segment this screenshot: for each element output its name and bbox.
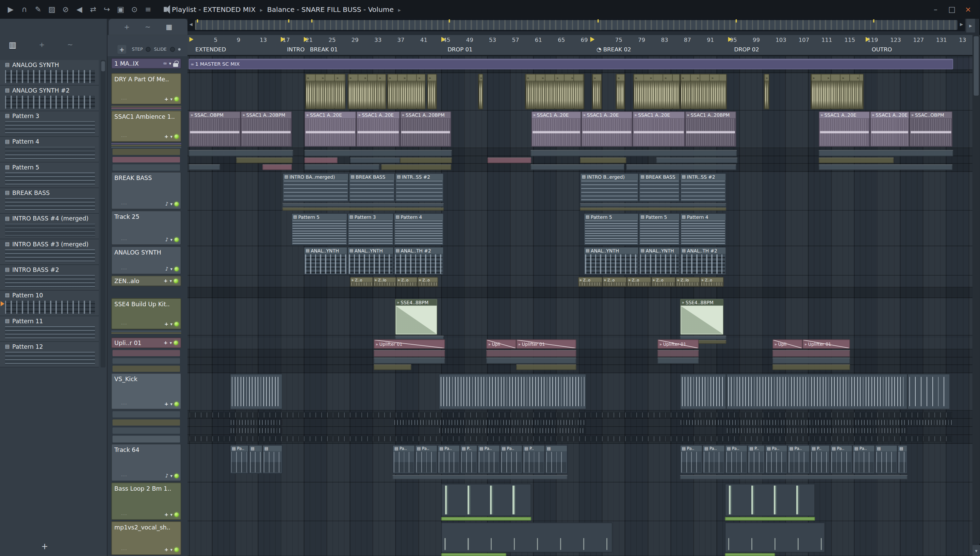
track-header-strip[interactable]: [113, 411, 180, 417]
automation-strip[interactable]: [772, 364, 850, 370]
pattern-item-intro-bass-3-merged[interactable]: ▤INTRO BASS #3 (merged): [0, 239, 98, 265]
scroll-left-icon[interactable]: ◂: [189, 21, 192, 27]
clip[interactable]: [726, 427, 907, 433]
track-header-upli-r-01[interactable]: Upli..r 01+▾: [111, 338, 181, 348]
clip-pa[interactable]: ▤Pa..: [415, 445, 438, 474]
scroll-corner-button[interactable]: ▸: [966, 19, 975, 32]
maximize-button[interactable]: □: [945, 5, 959, 14]
automation-strip[interactable]: [236, 158, 292, 163]
clip[interactable]: [189, 412, 953, 418]
mute-led[interactable]: [174, 341, 178, 345]
clip-p[interactable]: ▤P..: [810, 445, 830, 474]
clip-z-o[interactable]: »Z..o: [651, 277, 676, 287]
clip-ssac1-a-20e[interactable]: »SSAC1 A..20E: [581, 111, 633, 147]
clip-uplifter-01[interactable]: »Uplifter 01: [374, 339, 445, 349]
track-options[interactable]: ···: [121, 202, 127, 207]
chevron-down-icon[interactable]: ▾: [170, 97, 172, 102]
clip-ssac1-a-20e[interactable]: »SSAC1 A..20E: [356, 111, 400, 147]
magnify-icon[interactable]: ⊙: [128, 3, 141, 16]
track-options[interactable]: ···: [121, 548, 127, 553]
pattern-item-pattern-5[interactable]: ▤Pattern 5: [0, 163, 98, 188]
clip[interactable]: [633, 74, 680, 110]
pan-icon[interactable]: +: [165, 321, 168, 327]
automation-strip[interactable]: [350, 158, 400, 163]
clip[interactable]: [189, 436, 953, 442]
track-header-ssac1-ambience-1[interactable]: SSAC1 Ambience 1..···+▾: [111, 111, 181, 142]
clip-uplifter-01[interactable]: »Uplifter 01: [516, 339, 576, 349]
pattern-item-pattern-4[interactable]: ▤Pattern 4: [0, 137, 98, 162]
grid-icon[interactable]: ▦: [166, 23, 172, 31]
track-header-analog-synth[interactable]: ANALOG SYNTH···♪▾: [111, 246, 181, 275]
mute-led[interactable]: [174, 548, 179, 552]
clip[interactable]: [441, 553, 506, 556]
clip[interactable]: [726, 373, 907, 409]
clip[interactable]: [230, 427, 283, 433]
automation-strip[interactable]: [819, 164, 953, 170]
clip-pa[interactable]: ▤Pa..: [392, 445, 415, 474]
timeline-marker-outro[interactable]: OUTRO: [872, 46, 892, 52]
vertical-scrollbar[interactable]: [972, 35, 980, 544]
automation-strip[interactable]: [657, 350, 699, 357]
clip[interactable]: [441, 522, 612, 552]
clip[interactable]: [725, 553, 775, 556]
timeline-marker-break-01[interactable]: BREAK 01: [310, 46, 338, 52]
track-options[interactable]: ···: [121, 322, 127, 327]
track-options[interactable]: ···: [121, 402, 127, 407]
clip-p[interactable]: ▤P..: [522, 445, 545, 474]
clip[interactable]: ▤: [545, 445, 568, 474]
clip-pa[interactable]: ▤Pa..: [500, 445, 522, 474]
clip-break-bass[interactable]: ▤BREAK BASS: [349, 173, 395, 202]
timeline-marker-drop-02[interactable]: DROP 02: [734, 46, 759, 52]
chevron-down-icon[interactable]: ▾: [170, 473, 172, 478]
track-options[interactable]: ···: [121, 267, 127, 272]
chevron-down-icon[interactable]: ▾: [169, 61, 171, 66]
automation-strip[interactable]: [486, 350, 576, 357]
clip-z-o[interactable]: »Z..o: [396, 277, 417, 287]
chevron-down-icon[interactable]: ▾: [170, 134, 172, 139]
automation-strip[interactable]: [819, 150, 953, 156]
clip-break-bass[interactable]: ▤BREAK BASS: [639, 173, 680, 202]
track-header-vs-kick[interactable]: VS_Kick···+▾: [111, 373, 181, 410]
automation-strip[interactable]: [189, 164, 220, 170]
clip[interactable]: [615, 74, 625, 110]
clip[interactable]: [725, 484, 815, 517]
clip-z-lo[interactable]: »Z..lo: [373, 277, 396, 287]
mute-led[interactable]: [174, 402, 179, 406]
automation-strip[interactable]: [580, 208, 726, 211]
clip-uplifter-01[interactable]: »Uplifter 01: [802, 339, 850, 349]
clip[interactable]: [680, 74, 727, 110]
clip[interactable]: [592, 74, 602, 110]
clip[interactable]: [439, 373, 586, 409]
clip-ssac1-a-20bpm[interactable]: »SSAC1 A..20BPM: [685, 111, 736, 147]
clip-upli[interactable]: »Upli: [486, 339, 516, 349]
clip[interactable]: [439, 427, 586, 433]
clip-pa[interactable]: ▤Pa..: [788, 445, 810, 474]
scroll-right-icon[interactable]: ▸: [960, 21, 963, 27]
mute-led[interactable]: [174, 279, 178, 283]
scrollbar-handle[interactable]: [102, 61, 105, 71]
draw-tool-icon[interactable]: ✎: [31, 3, 45, 16]
chevron-down-icon[interactable]: ▾: [170, 278, 172, 283]
minimize-button[interactable]: –: [928, 5, 942, 14]
track-header-strip[interactable]: [113, 149, 180, 155]
clip[interactable]: [764, 74, 769, 110]
automation-strip[interactable]: [392, 475, 567, 480]
track-header-1-ma-ix[interactable]: 1 MA..IX∞▾: [111, 58, 181, 69]
timeline-marker-extended[interactable]: EXTENDED: [195, 46, 226, 52]
clip-anal-ynth[interactable]: ▤ANAL..YNTH: [584, 247, 639, 275]
chevron-down-icon[interactable]: ▾: [170, 547, 172, 552]
clip-ssac1-a-20bpm[interactable]: »SSAC1 A..20BPM: [241, 111, 292, 147]
automation-strip[interactable]: [283, 203, 444, 207]
mute-tool-icon[interactable]: ◀: [73, 3, 86, 16]
clip[interactable]: [441, 484, 531, 517]
track-header-track-64[interactable]: Track 64···♪▾: [111, 444, 181, 481]
clip-pattern-4[interactable]: ▤Pattern 4: [680, 213, 726, 246]
clip[interactable]: [305, 74, 346, 110]
clip-z-o[interactable]: »Z..o: [603, 277, 627, 287]
clip[interactable]: [680, 373, 726, 409]
mute-led[interactable]: [174, 97, 179, 102]
playback-tool-icon[interactable]: ↪: [100, 3, 114, 16]
playlist-grid[interactable]: ∞1 MASTER SC MIX»SSAC..OBPM»SSAC1 A..20B…: [187, 56, 972, 556]
track-header-bass-loop-2-bm-1[interactable]: Bass Loop 2 Bm 1..···+▾: [111, 483, 181, 520]
pattern-item-intro-bass-2[interactable]: ▤INTRO BASS #2: [0, 265, 98, 291]
